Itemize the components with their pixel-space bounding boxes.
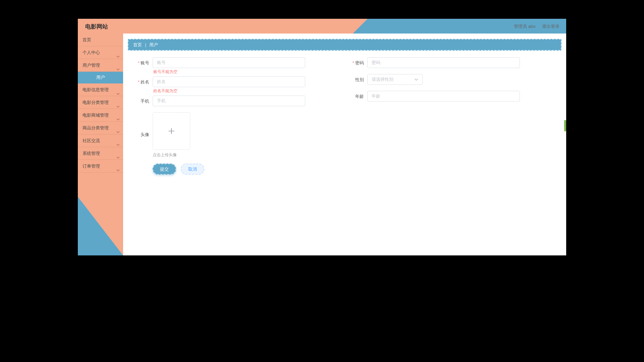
breadcrumb-root[interactable]: 首页: [133, 43, 142, 47]
user-form: *账号 账号不能为空 *姓名 姓名不能为空: [128, 57, 561, 175]
label-age: 年龄: [355, 94, 364, 99]
gender-placeholder: 请选择性别: [372, 77, 393, 82]
sidebar-item-order[interactable]: 订单管理: [78, 160, 123, 173]
main-panel: 首页 | 用户 *账号 账号不能为空: [123, 34, 566, 255]
age-input[interactable]: [367, 91, 520, 102]
form-row-account: *账号 账号不能为空: [132, 57, 347, 74]
breadcrumb-current: 用户: [149, 43, 158, 47]
label-gender: 性别: [355, 77, 364, 82]
avatar-tip: 点击上传头像: [153, 153, 305, 158]
form-row-avatar: 头像 点击上传头像: [132, 112, 347, 158]
chevron-down-icon: [116, 164, 120, 177]
form-row-phone: 手机: [132, 96, 347, 106]
account-error: 账号不能为空: [153, 69, 305, 74]
label-avatar: 头像: [141, 132, 149, 137]
header-accent-triangle: [353, 19, 368, 34]
breadcrumb-sep: |: [145, 43, 146, 47]
sidebar-item-system[interactable]: 系统管理: [78, 147, 123, 160]
mini-scroll-indicator: [564, 120, 566, 131]
sidebar-item-label: 商品分类管理: [83, 126, 109, 130]
sidebar-item-label: 订单管理: [83, 164, 100, 169]
sidebar: 首页 个人中心 用户管理 用户 电影信息管理 电影分类管理: [78, 34, 123, 255]
sidebar-item-movie-mall[interactable]: 电影商城管理: [78, 109, 123, 122]
cancel-button[interactable]: 取消: [181, 164, 204, 175]
sidebar-item-movie-cat[interactable]: 电影分类管理: [78, 96, 123, 109]
form-row-name: *姓名 姓名不能为空: [132, 76, 347, 94]
admin-label[interactable]: 管理员 abo: [514, 24, 535, 29]
name-input[interactable]: [153, 76, 305, 87]
chevron-down-icon: [414, 77, 418, 81]
sidebar-item-product-cat[interactable]: 商品分类管理: [78, 122, 123, 134]
sidebar-item-label: 社区交流: [83, 138, 100, 143]
avatar-upload[interactable]: [153, 112, 190, 150]
logout-link[interactable]: 退出登录: [542, 24, 559, 29]
header-right: 管理员 abo 退出登录: [508, 23, 559, 29]
phone-input[interactable]: [153, 96, 305, 106]
label-account: 账号: [141, 61, 149, 65]
header: 电影网站 管理员 abo 退出登录: [78, 19, 566, 34]
form-row-password: *密码: [347, 57, 562, 68]
sidebar-item-movie-info[interactable]: 电影信息管理: [78, 83, 123, 96]
label-name: 姓名: [141, 80, 149, 84]
sidebar-item-label: 系统管理: [83, 151, 100, 156]
submit-button[interactable]: 提交: [153, 164, 176, 175]
sidebar-item-user-mgmt[interactable]: 用户管理: [78, 59, 123, 72]
gender-select[interactable]: 请选择性别: [367, 74, 423, 85]
form-row-gender: 性别 请选择性别: [347, 74, 562, 85]
sidebar-item-label: 电影信息管理: [83, 87, 109, 92]
chevron-down-icon: [116, 63, 120, 76]
breadcrumb: 首页 | 用户: [128, 39, 561, 51]
plus-icon: [167, 127, 176, 135]
label-password: 密码: [355, 61, 364, 65]
sidebar-item-community[interactable]: 社区交流: [78, 134, 123, 147]
name-error: 姓名不能为空: [153, 88, 305, 94]
sidebar-item-label: 首页: [83, 38, 91, 42]
label-phone: 手机: [141, 99, 149, 104]
sidebar-item-home[interactable]: 首页: [78, 34, 123, 46]
sidebar-item-label: 个人中心: [83, 50, 100, 55]
sidebar-accent-triangle: [78, 197, 123, 255]
brand-title: 电影网站: [85, 23, 108, 31]
form-row-age: 年龄: [347, 91, 562, 102]
account-input[interactable]: [153, 57, 305, 68]
form-buttons: 提交 取消: [132, 164, 347, 175]
password-input[interactable]: [367, 57, 520, 68]
sidebar-item-label: 电影分类管理: [83, 100, 109, 105]
sidebar-item-profile[interactable]: 个人中心: [78, 46, 123, 59]
sidebar-item-label: 用户管理: [83, 63, 100, 68]
sidebar-item-label: 电影商城管理: [83, 113, 109, 118]
